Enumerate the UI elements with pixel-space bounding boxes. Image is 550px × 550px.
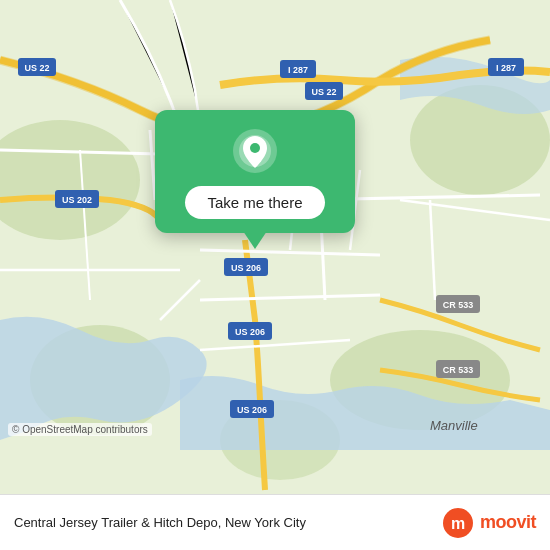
svg-text:CR 533: CR 533 xyxy=(443,365,474,375)
svg-text:US 22: US 22 xyxy=(24,63,49,73)
popup-card: Take me there xyxy=(155,110,355,233)
moovit-logo[interactable]: m moovit xyxy=(442,507,536,539)
svg-text:US 22: US 22 xyxy=(311,87,336,97)
svg-text:CR 533: CR 533 xyxy=(443,300,474,310)
take-me-there-button[interactable]: Take me there xyxy=(185,186,324,219)
svg-text:US 206: US 206 xyxy=(235,327,265,337)
place-name: Central Jersey Trailer & Hitch Depo, New… xyxy=(14,515,306,530)
svg-text:I 287: I 287 xyxy=(496,63,516,73)
osm-credit: © OpenStreetMap contributors xyxy=(8,423,152,436)
moovit-icon: m xyxy=(442,507,474,539)
moovit-brand-text: moovit xyxy=(480,512,536,533)
location-pin-icon xyxy=(232,128,278,174)
svg-text:US 202: US 202 xyxy=(62,195,92,205)
svg-point-43 xyxy=(250,143,260,153)
svg-text:US 206: US 206 xyxy=(237,405,267,415)
svg-text:US 206: US 206 xyxy=(231,263,261,273)
svg-text:Manville: Manville xyxy=(430,418,478,433)
bottom-bar: Central Jersey Trailer & Hitch Depo, New… xyxy=(0,494,550,550)
svg-text:I 287: I 287 xyxy=(288,65,308,75)
map-container: US 22 US 22 I 287 I 287 US 202 US 206 US… xyxy=(0,0,550,494)
svg-text:m: m xyxy=(451,515,465,532)
